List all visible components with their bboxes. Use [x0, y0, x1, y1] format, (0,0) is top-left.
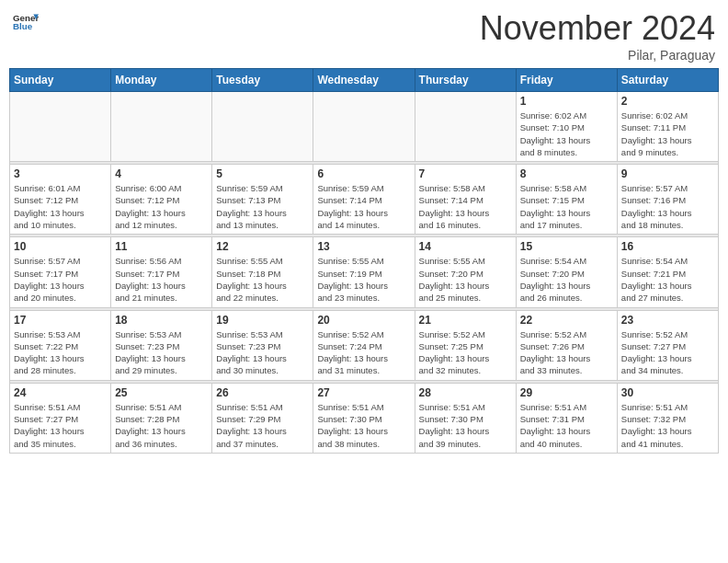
- calendar-week-3: 10Sunrise: 5:57 AM Sunset: 7:17 PM Dayli…: [10, 237, 719, 307]
- day-number: 23: [621, 314, 714, 327]
- weekday-header-wednesday: Wednesday: [313, 69, 415, 92]
- day-info: Sunrise: 5:52 AM Sunset: 7:27 PM Dayligh…: [621, 328, 714, 377]
- day-number: 16: [621, 240, 714, 253]
- day-number: 17: [14, 314, 107, 327]
- day-number: 10: [14, 240, 107, 253]
- day-number: 29: [520, 386, 613, 399]
- day-number: 6: [317, 167, 410, 180]
- day-info: Sunrise: 5:54 AM Sunset: 7:21 PM Dayligh…: [621, 255, 714, 304]
- calendar-cell: 12Sunrise: 5:55 AM Sunset: 7:18 PM Dayli…: [212, 237, 313, 307]
- day-info: Sunrise: 5:59 AM Sunset: 7:14 PM Dayligh…: [317, 182, 410, 231]
- calendar-cell: 4Sunrise: 6:00 AM Sunset: 7:12 PM Daylig…: [111, 165, 212, 235]
- day-number: 15: [520, 240, 613, 253]
- day-number: 8: [520, 167, 613, 180]
- day-info: Sunrise: 5:51 AM Sunset: 7:30 PM Dayligh…: [317, 401, 410, 450]
- day-info: Sunrise: 5:55 AM Sunset: 7:20 PM Dayligh…: [419, 255, 512, 304]
- day-number: 2: [621, 95, 714, 108]
- calendar-cell: 24Sunrise: 5:51 AM Sunset: 7:27 PM Dayli…: [10, 383, 111, 453]
- calendar-cell: 18Sunrise: 5:53 AM Sunset: 7:23 PM Dayli…: [111, 310, 212, 380]
- day-number: 28: [419, 386, 512, 399]
- calendar-table: SundayMondayTuesdayWednesdayThursdayFrid…: [9, 68, 719, 454]
- calendar-cell: [111, 92, 212, 162]
- day-number: 22: [520, 314, 613, 327]
- calendar-cell: 25Sunrise: 5:51 AM Sunset: 7:28 PM Dayli…: [111, 383, 212, 453]
- day-info: Sunrise: 5:54 AM Sunset: 7:20 PM Dayligh…: [520, 255, 613, 304]
- day-info: Sunrise: 5:53 AM Sunset: 7:22 PM Dayligh…: [14, 328, 107, 377]
- calendar-cell: 30Sunrise: 5:51 AM Sunset: 7:32 PM Dayli…: [617, 383, 718, 453]
- day-number: 24: [14, 386, 107, 399]
- calendar-cell: [313, 92, 415, 162]
- logo: General Blue: [13, 9, 39, 35]
- day-info: Sunrise: 5:58 AM Sunset: 7:15 PM Dayligh…: [520, 182, 613, 231]
- weekday-header-tuesday: Tuesday: [212, 69, 313, 92]
- location: Pilar, Paraguay: [480, 48, 715, 63]
- calendar-cell: 5Sunrise: 5:59 AM Sunset: 7:13 PM Daylig…: [212, 165, 313, 235]
- calendar-cell: 2Sunrise: 6:02 AM Sunset: 7:11 PM Daylig…: [617, 92, 718, 162]
- day-number: 21: [419, 314, 512, 327]
- calendar-cell: 15Sunrise: 5:54 AM Sunset: 7:20 PM Dayli…: [516, 237, 617, 307]
- calendar-cell: [415, 92, 516, 162]
- title-block: November 2024 Pilar, Paraguay: [480, 9, 715, 63]
- day-info: Sunrise: 5:51 AM Sunset: 7:29 PM Dayligh…: [216, 401, 309, 450]
- day-number: 20: [317, 314, 410, 327]
- weekday-header-row: SundayMondayTuesdayWednesdayThursdayFrid…: [10, 69, 719, 92]
- calendar-cell: 7Sunrise: 5:58 AM Sunset: 7:14 PM Daylig…: [415, 165, 516, 235]
- day-number: 11: [115, 240, 208, 253]
- calendar-week-4: 17Sunrise: 5:53 AM Sunset: 7:22 PM Dayli…: [10, 310, 719, 380]
- calendar-cell: 23Sunrise: 5:52 AM Sunset: 7:27 PM Dayli…: [617, 310, 718, 380]
- day-info: Sunrise: 5:53 AM Sunset: 7:23 PM Dayligh…: [115, 328, 208, 377]
- weekday-header-thursday: Thursday: [415, 69, 516, 92]
- day-info: Sunrise: 5:51 AM Sunset: 7:32 PM Dayligh…: [621, 401, 714, 450]
- calendar-cell: 11Sunrise: 5:56 AM Sunset: 7:17 PM Dayli…: [111, 237, 212, 307]
- logo-icon: General Blue: [13, 9, 39, 35]
- weekday-header-sunday: Sunday: [10, 69, 111, 92]
- day-info: Sunrise: 6:02 AM Sunset: 7:11 PM Dayligh…: [621, 109, 714, 158]
- calendar-cell: 22Sunrise: 5:52 AM Sunset: 7:26 PM Dayli…: [516, 310, 617, 380]
- calendar-week-2: 3Sunrise: 6:01 AM Sunset: 7:12 PM Daylig…: [10, 165, 719, 235]
- weekday-header-saturday: Saturday: [617, 69, 718, 92]
- day-info: Sunrise: 5:55 AM Sunset: 7:19 PM Dayligh…: [317, 255, 410, 304]
- day-number: 30: [621, 386, 714, 399]
- calendar-cell: 6Sunrise: 5:59 AM Sunset: 7:14 PM Daylig…: [313, 165, 415, 235]
- calendar-cell: [212, 92, 313, 162]
- page-header: General Blue November 2024 Pilar, Paragu…: [9, 9, 719, 63]
- day-number: 27: [317, 386, 410, 399]
- day-number: 1: [520, 95, 613, 108]
- day-info: Sunrise: 5:51 AM Sunset: 7:27 PM Dayligh…: [14, 401, 107, 450]
- day-info: Sunrise: 5:57 AM Sunset: 7:17 PM Dayligh…: [14, 255, 107, 304]
- weekday-header-friday: Friday: [516, 69, 617, 92]
- day-number: 4: [115, 167, 208, 180]
- calendar-cell: 28Sunrise: 5:51 AM Sunset: 7:30 PM Dayli…: [415, 383, 516, 453]
- calendar-cell: 1Sunrise: 6:02 AM Sunset: 7:10 PM Daylig…: [516, 92, 617, 162]
- day-info: Sunrise: 6:02 AM Sunset: 7:10 PM Dayligh…: [520, 109, 613, 158]
- day-number: 26: [216, 386, 309, 399]
- day-number: 14: [419, 240, 512, 253]
- calendar-cell: 9Sunrise: 5:57 AM Sunset: 7:16 PM Daylig…: [617, 165, 718, 235]
- calendar-cell: 8Sunrise: 5:58 AM Sunset: 7:15 PM Daylig…: [516, 165, 617, 235]
- calendar-cell: [10, 92, 111, 162]
- calendar-cell: 20Sunrise: 5:52 AM Sunset: 7:24 PM Dayli…: [313, 310, 415, 380]
- calendar-cell: 27Sunrise: 5:51 AM Sunset: 7:30 PM Dayli…: [313, 383, 415, 453]
- day-number: 3: [14, 167, 107, 180]
- day-info: Sunrise: 5:56 AM Sunset: 7:17 PM Dayligh…: [115, 255, 208, 304]
- calendar-cell: 3Sunrise: 6:01 AM Sunset: 7:12 PM Daylig…: [10, 165, 111, 235]
- calendar-week-1: 1Sunrise: 6:02 AM Sunset: 7:10 PM Daylig…: [10, 92, 719, 162]
- day-info: Sunrise: 5:55 AM Sunset: 7:18 PM Dayligh…: [216, 255, 309, 304]
- calendar-week-5: 24Sunrise: 5:51 AM Sunset: 7:27 PM Dayli…: [10, 383, 719, 453]
- day-number: 19: [216, 314, 309, 327]
- svg-text:Blue: Blue: [13, 21, 33, 31]
- calendar-cell: 17Sunrise: 5:53 AM Sunset: 7:22 PM Dayli…: [10, 310, 111, 380]
- day-info: Sunrise: 5:58 AM Sunset: 7:14 PM Dayligh…: [419, 182, 512, 231]
- day-info: Sunrise: 5:53 AM Sunset: 7:23 PM Dayligh…: [216, 328, 309, 377]
- day-info: Sunrise: 6:01 AM Sunset: 7:12 PM Dayligh…: [14, 182, 107, 231]
- day-number: 7: [419, 167, 512, 180]
- calendar-cell: 13Sunrise: 5:55 AM Sunset: 7:19 PM Dayli…: [313, 237, 415, 307]
- day-info: Sunrise: 5:57 AM Sunset: 7:16 PM Dayligh…: [621, 182, 714, 231]
- calendar-cell: 19Sunrise: 5:53 AM Sunset: 7:23 PM Dayli…: [212, 310, 313, 380]
- weekday-header-monday: Monday: [111, 69, 212, 92]
- day-info: Sunrise: 5:52 AM Sunset: 7:26 PM Dayligh…: [520, 328, 613, 377]
- day-info: Sunrise: 6:00 AM Sunset: 7:12 PM Dayligh…: [115, 182, 208, 231]
- day-number: 5: [216, 167, 309, 180]
- calendar-cell: 26Sunrise: 5:51 AM Sunset: 7:29 PM Dayli…: [212, 383, 313, 453]
- calendar-cell: 16Sunrise: 5:54 AM Sunset: 7:21 PM Dayli…: [617, 237, 718, 307]
